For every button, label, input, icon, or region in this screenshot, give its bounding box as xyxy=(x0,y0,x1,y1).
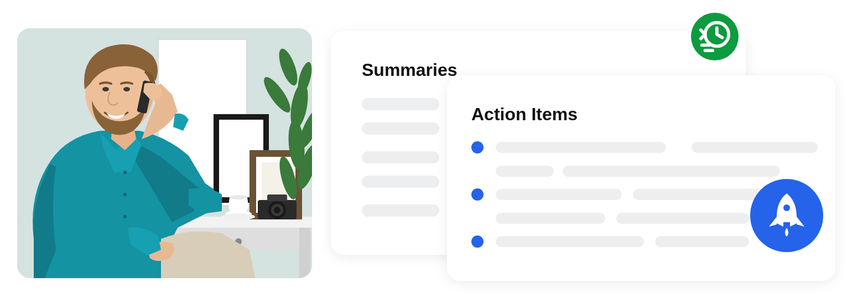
skeleton-line xyxy=(362,122,439,135)
svg-point-29 xyxy=(123,215,127,218)
skeleton-line xyxy=(362,204,439,217)
skeleton-line xyxy=(655,236,749,247)
history-clock-icon xyxy=(698,18,732,55)
bullet-dot xyxy=(471,188,484,201)
history-badge xyxy=(691,13,739,60)
svg-point-28 xyxy=(123,193,127,196)
skeleton-line xyxy=(362,151,439,163)
skeleton-line xyxy=(496,166,554,177)
svg-point-20 xyxy=(222,213,255,220)
profile-photo xyxy=(17,28,312,278)
svg-rect-3 xyxy=(299,228,310,278)
bullet-dot xyxy=(471,141,484,153)
svg-point-19 xyxy=(230,195,247,199)
skeleton-line xyxy=(496,213,605,224)
action-items-title: Action Items xyxy=(471,104,811,125)
bullet-dot xyxy=(471,235,484,248)
svg-point-27 xyxy=(123,171,127,174)
svg-rect-22 xyxy=(267,194,287,201)
svg-point-25 xyxy=(274,207,280,213)
skeleton-line xyxy=(496,236,644,247)
svg-point-32 xyxy=(102,87,109,91)
skeleton-line xyxy=(692,142,818,153)
skeleton-line xyxy=(362,176,439,188)
rocket-icon xyxy=(767,192,807,239)
skeleton-line xyxy=(362,98,439,110)
skeleton-line xyxy=(563,166,780,177)
skeleton-line xyxy=(616,213,749,224)
skeleton-line xyxy=(496,142,666,153)
svg-point-38 xyxy=(783,204,790,211)
rocket-badge xyxy=(750,179,823,252)
svg-point-33 xyxy=(123,87,130,91)
skeleton-line xyxy=(496,189,622,200)
